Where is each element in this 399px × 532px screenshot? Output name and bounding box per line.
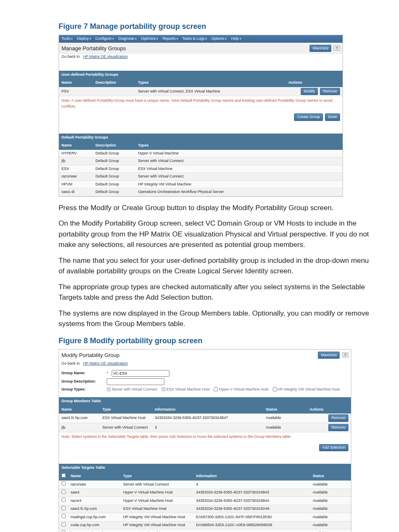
cell-types: Operations Orchestration Workflow Physic… — [136, 188, 343, 196]
create-group-button[interactable]: Create Group — [294, 113, 323, 121]
figure8-caption: Figure 8 Modify portability group screen — [59, 335, 376, 347]
cell-name: razorsaw — [68, 481, 121, 488]
cell-type: Server with Virtual Connect — [121, 481, 194, 488]
go-back-link[interactable]: HP Matrix OE visualization — [81, 54, 130, 62]
remove-button[interactable]: Remove — [320, 88, 340, 95]
row-checkbox[interactable] — [61, 481, 66, 486]
group-type-checkbox[interactable]: ESX Virtual Machine Host — [161, 387, 210, 393]
cell-name: coda.cup.hp.com — [68, 521, 121, 529]
group-name-label: Group Name: — [61, 370, 103, 376]
group-type-checkbox[interactable]: Server with Virtual Connect — [107, 387, 157, 393]
menu-diagnose[interactable]: Diagnose — [118, 36, 137, 42]
selectable-targets-table: Name Type Information Status razorsaw Se… — [59, 472, 351, 532]
cell-status: Available — [310, 488, 351, 497]
group-desc-input[interactable] — [107, 378, 164, 385]
remove-button[interactable]: Remove — [328, 424, 348, 432]
cell-type: HP Integrity VM Virtual Machine Host — [121, 513, 194, 522]
menu-reports[interactable]: Reports — [162, 36, 178, 42]
cell-desc: Default Group — [93, 157, 136, 165]
cell-info: 34353334-3236-5355-4D37-333730324B44 — [194, 497, 310, 505]
table-row: jfp Default Group Server with Virtual Co… — [59, 157, 343, 165]
group-type-checkbox[interactable]: Hyper-V Virtual Machine Host — [214, 387, 268, 393]
select-all-checkbox[interactable] — [61, 473, 66, 478]
table-row: saw2.fc.hp.com ESX Virtual Machine Host … — [59, 505, 351, 513]
note-text: Note: Select systems in the Selectable T… — [59, 432, 351, 442]
go-back-link[interactable]: HP Matrix OE visualization — [81, 361, 130, 369]
cell-name: PSV — [59, 87, 93, 96]
cell-name: saw2.fc.hp.com — [68, 505, 121, 513]
cell-desc: Default Group — [93, 188, 136, 196]
group-desc-label: Group Description: — [61, 379, 103, 385]
col-name: Name — [59, 79, 93, 87]
menu-optimize[interactable]: Optimize — [141, 36, 158, 42]
menu-configure[interactable]: Configure — [95, 36, 114, 42]
cell-name: jfp — [59, 157, 93, 165]
col-status: Status — [263, 406, 307, 414]
add-selection-button[interactable]: Add Selection — [319, 444, 348, 452]
cell-status: Available — [263, 414, 307, 423]
menu-tools[interactable]: Tools — [61, 36, 73, 42]
menu-deploy[interactable]: Deploy — [77, 36, 91, 42]
cell-desc — [93, 87, 136, 96]
maximize-button[interactable]: Maximize — [318, 352, 340, 359]
row-checkbox[interactable] — [61, 498, 66, 502]
cell-info: 35333334-3832-5532-5837-33313830444B — [194, 529, 310, 532]
cell-info: 34353334-3236-5355-4D37-333730324D48 — [194, 505, 310, 513]
cell-status: Available — [310, 505, 351, 513]
table-row: coda.cup.hp.com HP Integrity VM Virtual … — [59, 521, 351, 529]
cell-desc: Default Group — [93, 173, 136, 181]
modify-button[interactable]: Modify — [301, 88, 318, 95]
row-checkbox[interactable] — [61, 506, 66, 510]
cell-status: Available — [310, 497, 351, 505]
cell-type: Hyper-V Virtual Machine Host — [121, 497, 194, 505]
col-actions: Actions — [286, 79, 343, 87]
table-row: hypv4.vse.adapps.hp.com Hyper-V Virtual … — [59, 529, 351, 532]
row-checkbox[interactable] — [61, 490, 66, 494]
menu-help[interactable]: Help — [231, 36, 241, 42]
menu-tasks-logs[interactable]: Tasks & Logs — [182, 36, 207, 42]
figure7-caption: Figure 7 Manage portability group screen — [59, 21, 376, 32]
col-type: Type — [121, 472, 194, 481]
done-button[interactable]: Done — [325, 113, 340, 121]
table-row: razor4 Hyper-V Virtual Machine Host 3435… — [59, 497, 351, 505]
cell-name: jfp — [59, 423, 100, 432]
cell-type: Server with Virtual Connect — [100, 423, 153, 432]
cell-status: Available — [310, 513, 351, 522]
cell-name: hypv4.vse.adapps.hp.com — [68, 529, 121, 532]
row-checkbox[interactable] — [61, 522, 66, 527]
remove-button[interactable]: Remove — [328, 414, 348, 422]
cell-name: saw1-di — [59, 188, 93, 196]
table-row: razorsaw Default Group Server with Virtu… — [59, 173, 343, 181]
col-types: Types — [136, 141, 343, 150]
cell-status: Available — [263, 423, 307, 432]
cell-status: Available — [310, 521, 351, 529]
row-checkbox[interactable] — [61, 514, 66, 518]
table-row: saw1.fc.hp.com ESX Virtual Machine Host … — [59, 414, 351, 423]
group-name-input[interactable] — [112, 370, 169, 377]
cell-desc: Default Group — [93, 150, 136, 157]
cell-type: HP Integrity VM Virtual Machine Host — [121, 521, 194, 529]
paragraph: The name that you select for your user-d… — [59, 255, 376, 277]
maximize-button[interactable]: Maximize — [309, 45, 331, 52]
cell-types: Hyper-V Virtual Machine — [136, 150, 343, 157]
cell-name: HPVM — [59, 180, 93, 188]
group-type-checkbox[interactable]: HP Integrity VM Virtual Machine Host — [273, 387, 340, 393]
help-button[interactable]: ? — [334, 46, 340, 51]
cell-status: Available — [310, 481, 351, 488]
page-title: Modify Portability Group — [61, 351, 120, 360]
figure8-screenshot: Modify Portability Group Maximize ? Go b… — [59, 349, 351, 532]
cell-status: Available — [310, 529, 351, 532]
cell-info: 4 — [194, 481, 310, 488]
cell-type: ESX Virtual Machine Host — [100, 414, 153, 423]
paragraph: The systems are now displayed in the Gro… — [59, 308, 376, 329]
body-paragraphs: Press the Modify or Create Group button … — [59, 203, 376, 329]
help-button[interactable]: ? — [342, 352, 348, 357]
cell-desc: Default Group — [93, 180, 136, 188]
table-row: razorsaw Server with Virtual Connect 4 A… — [59, 481, 351, 488]
menu-options[interactable]: Options — [211, 36, 227, 42]
cell-info: 3 — [152, 423, 263, 432]
paragraph: On the Modify Portability Group screen, … — [59, 218, 376, 250]
row-checkbox[interactable] — [61, 530, 66, 532]
cell-name: ESX — [59, 165, 93, 173]
table-row: PSV Server with Virtual Connect, ESX Vir… — [59, 87, 343, 96]
